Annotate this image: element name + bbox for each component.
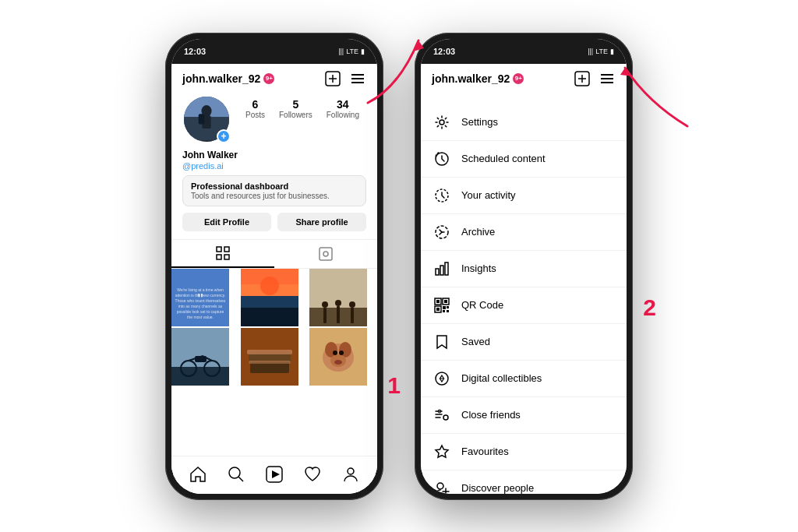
- dashboard-subtitle: Tools and resources just for businesses.: [191, 192, 358, 200]
- svg-point-17: [323, 252, 328, 256]
- profile-nav-icon[interactable]: [337, 463, 365, 486]
- svg-point-61: [440, 120, 444, 125]
- share-profile-button[interactable]: Share profile: [277, 213, 366, 231]
- profile-stats-row: + 6 Posts 5 Followers: [182, 95, 366, 143]
- menu-add-icon[interactable]: [574, 70, 591, 87]
- svg-rect-35: [195, 356, 207, 362]
- quote-text: We're living at a time when attention is…: [175, 287, 226, 320]
- annotation-2: 2: [643, 294, 656, 321]
- svg-rect-67: [445, 262, 448, 275]
- search-nav-icon[interactable]: [222, 463, 250, 486]
- tagged-tab[interactable]: [274, 240, 377, 268]
- battery-icon-right: ▮: [610, 48, 614, 55]
- svg-rect-65: [436, 269, 439, 275]
- menu-username: john.walker_92 9+: [432, 72, 524, 85]
- svg-rect-11: [199, 114, 204, 124]
- svg-point-46: [333, 351, 337, 355]
- username-text: john.walker_92: [182, 72, 260, 85]
- photo-cell-3[interactable]: [309, 269, 367, 326]
- menu-hamburger-icon[interactable]: [598, 70, 616, 87]
- svg-rect-69: [436, 300, 440, 303]
- add-to-story-badge[interactable]: +: [217, 129, 231, 143]
- svg-rect-40: [249, 361, 291, 364]
- likes-nav-icon[interactable]: [298, 463, 327, 486]
- home-nav-icon[interactable]: [184, 463, 212, 486]
- phones-wrapper: 12:03 ||| LTE ▮ john.walker_92 9+: [165, 33, 633, 500]
- menu-item-insights[interactable]: Insights: [421, 251, 627, 287]
- annotation-1: 1: [387, 372, 401, 399]
- archive-icon: [433, 224, 450, 241]
- battery-icon: ▮: [361, 48, 365, 55]
- professional-dashboard[interactable]: Professional dashboard Tools and resourc…: [182, 175, 366, 206]
- photo-cell-6[interactable]: [309, 328, 367, 386]
- svg-point-49: [229, 467, 240, 478]
- reels-nav-icon[interactable]: [260, 463, 288, 486]
- action-buttons: Edit Profile Share profile: [182, 213, 366, 231]
- network-icon-right: LTE: [595, 48, 608, 55]
- profile-header: john.walker_92 9+: [171, 64, 377, 239]
- menu-item-favourites[interactable]: Favourites: [421, 434, 627, 470]
- qr-icon: [433, 297, 450, 314]
- menu-item-digital[interactable]: Digital collectibles: [421, 361, 627, 397]
- svg-rect-28: [337, 306, 340, 323]
- photo-grid-container: " We're living at a time when attention …: [171, 269, 377, 386]
- svg-rect-32: [171, 367, 229, 386]
- svg-rect-12: [217, 247, 221, 252]
- menu-item-scheduled[interactable]: Scheduled content: [421, 141, 627, 178]
- menu-item-activity[interactable]: Your activity: [421, 178, 627, 214]
- settings-label: Settings: [461, 116, 498, 128]
- photo-cell-2[interactable]: [241, 269, 298, 326]
- add-post-icon[interactable]: [324, 70, 341, 87]
- grid-tab[interactable]: [171, 240, 274, 268]
- menu-item-settings[interactable]: Settings: [421, 104, 627, 141]
- menu-item-saved[interactable]: Saved: [421, 324, 627, 361]
- qr-label: QR Code: [461, 299, 503, 311]
- svg-rect-73: [436, 308, 440, 311]
- discover-people-icon: [433, 480, 450, 494]
- menu-screen-content: john.walker_92 9+: [421, 64, 627, 494]
- svg-rect-76: [443, 310, 445, 312]
- photo-cell-5[interactable]: [241, 328, 298, 386]
- svg-rect-15: [224, 255, 229, 259]
- activity-label: Your activity: [461, 189, 516, 201]
- svg-rect-71: [444, 300, 447, 303]
- menu-item-friends[interactable]: Close friends: [421, 397, 627, 434]
- discover-label: Discover people: [461, 482, 534, 494]
- bottom-nav: [171, 456, 377, 494]
- followers-label: Followers: [279, 111, 312, 119]
- photo-cell-4[interactable]: [171, 328, 229, 386]
- profile-screen: john.walker_92 9+: [171, 64, 377, 494]
- svg-rect-13: [224, 247, 229, 252]
- svg-point-53: [348, 468, 354, 474]
- notch-right: [496, 44, 551, 58]
- followers-stat: 5 Followers: [279, 98, 312, 119]
- menu-top-icons: [574, 70, 616, 87]
- photo-cell-1[interactable]: " We're living at a time when attention …: [171, 269, 229, 326]
- svg-point-82: [443, 415, 448, 420]
- edit-profile-button[interactable]: Edit Profile: [182, 213, 271, 231]
- svg-rect-74: [443, 306, 446, 309]
- svg-point-84: [437, 483, 443, 489]
- network-icon: LTE: [346, 48, 358, 55]
- posts-stat: 6 Posts: [245, 98, 265, 119]
- time-left: 12:03: [184, 47, 206, 56]
- archive-label: Archive: [461, 226, 495, 238]
- followers-count: 5: [279, 98, 312, 111]
- menu-item-discover[interactable]: Discover people: [421, 470, 627, 494]
- menu-list: Settings Scheduled content: [421, 101, 627, 494]
- svg-rect-75: [447, 310, 449, 312]
- svg-point-27: [335, 300, 341, 306]
- following-label: Following: [327, 111, 359, 119]
- hamburger-menu-icon[interactable]: [349, 70, 366, 87]
- svg-point-21: [260, 277, 279, 295]
- svg-rect-22: [241, 308, 298, 326]
- insights-icon: [433, 260, 450, 277]
- right-phone: 12:03 ||| LTE ▮ john.walker_92 9+: [415, 33, 633, 500]
- menu-item-archive[interactable]: Archive: [421, 214, 627, 251]
- favourites-label: Favourites: [461, 446, 509, 457]
- menu-username-text: john.walker_92: [432, 72, 510, 85]
- menu-notification-badge: 9+: [513, 73, 524, 84]
- svg-rect-30: [351, 308, 354, 323]
- menu-item-qr[interactable]: QR Code: [421, 287, 627, 324]
- activity-icon: [433, 187, 450, 204]
